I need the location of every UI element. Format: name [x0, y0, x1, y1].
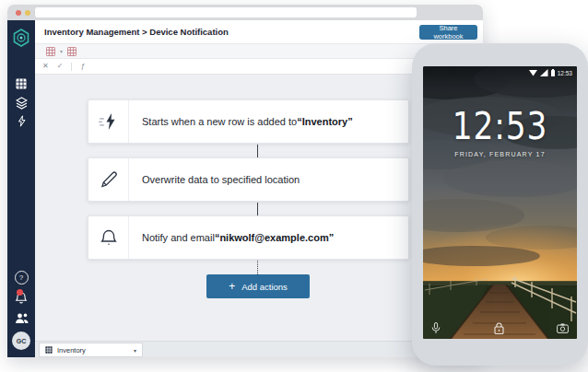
toolbar-divider — [71, 63, 72, 71]
connector-line-2 — [257, 203, 258, 215]
battery-icon — [551, 69, 555, 76]
formula-icon[interactable]: ƒ — [80, 63, 84, 70]
automation-bolt-icon[interactable] — [7, 115, 35, 127]
lockscreen-clock: 12:53 FRIDAY, FEBRUARY 17 — [423, 105, 577, 157]
workflow-action-card-notify[interactable]: Notify and email “nikwolf@example.com” — [88, 215, 409, 260]
view-caret-icon[interactable]: ▾ — [60, 48, 63, 54]
signal-icon — [540, 69, 548, 76]
grid-sheet-icon[interactable] — [7, 78, 35, 89]
lockscreen-shortcuts — [431, 322, 569, 334]
lock-time: 12:53 — [434, 105, 567, 147]
browser-chrome — [7, 5, 483, 20]
connector-line-1 — [257, 145, 258, 157]
lock-icon — [494, 322, 504, 334]
app-logo-icon[interactable] — [7, 28, 35, 48]
status-bar-time: 12:53 — [558, 70, 572, 76]
plus-icon: + — [229, 281, 235, 292]
app-sidebar: ? GC — [7, 20, 35, 357]
table-view-icon[interactable] — [67, 47, 76, 56]
workflow-action-card-overwrite[interactable]: Overwrite data to specified location — [88, 157, 409, 202]
workbook-header: Inventory Management > Device Notificati… — [35, 20, 483, 44]
bell-icon — [88, 216, 129, 259]
add-actions-label: Add actions — [241, 282, 288, 292]
phone-status-bar: 12:53 — [423, 66, 577, 79]
layers-icon[interactable] — [7, 97, 35, 110]
help-glyph: ? — [19, 273, 23, 282]
action-text: Overwrite data to specified location — [142, 174, 300, 185]
notifications-bell-icon[interactable] — [7, 291, 35, 308]
notify-text: Notify and email — [142, 232, 215, 243]
minimize-window-button[interactable] — [25, 10, 30, 16]
add-actions-button[interactable]: + Add actions — [206, 274, 310, 298]
phone-mockup: 12:53 12:53 FRIDAY, FEBRUARY 17 — [412, 43, 588, 366]
phone-lock-screen: 12:53 12:53 FRIDAY, FEBRUARY 17 — [423, 66, 577, 339]
address-bar[interactable] — [35, 7, 417, 17]
tab-label: Inventory — [57, 346, 129, 355]
sheet-tab-inventory[interactable]: Inventory ▾ — [39, 343, 143, 357]
lock-date: FRIDAY, FEBRUARY 17 — [423, 151, 577, 157]
user-avatar[interactable]: GC — [12, 331, 30, 350]
trigger-bolt-icon — [88, 100, 129, 143]
collaborators-icon[interactable] — [7, 312, 35, 324]
trigger-text: Starts when a new row is added to — [142, 116, 297, 127]
workflow-trigger-card[interactable]: Starts when a new row is added to “Inven… — [88, 99, 409, 144]
help-icon[interactable]: ? — [7, 271, 35, 285]
tab-menu-caret-icon[interactable]: ▾ — [134, 347, 136, 354]
grid-view-icon[interactable] — [46, 47, 55, 56]
cancel-icon[interactable]: ✕ — [42, 63, 49, 70]
close-window-button[interactable] — [16, 10, 21, 16]
share-workbook-button[interactable]: Share workbook — [419, 25, 477, 40]
notify-email: “nikwolf@example.com” — [215, 232, 334, 243]
camera-icon — [557, 323, 569, 333]
microphone-icon — [431, 322, 441, 334]
sheet-grid-icon — [45, 346, 53, 354]
pencil-icon — [88, 158, 129, 201]
trigger-target: “Inventory” — [297, 116, 353, 127]
confirm-icon[interactable]: ✓ — [57, 63, 64, 70]
wifi-icon — [529, 69, 537, 76]
breadcrumb-title: Inventory Management > Device Notificati… — [44, 27, 229, 37]
notification-badge — [17, 289, 23, 296]
connector-line-dotted — [257, 261, 258, 274]
page: ? GC — [0, 0, 588, 372]
